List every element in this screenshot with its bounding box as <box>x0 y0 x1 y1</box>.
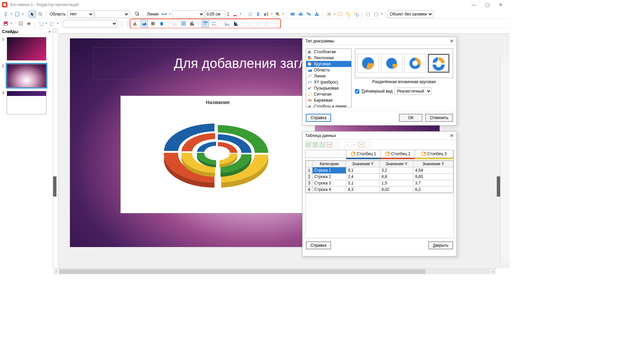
data-table-dialog-close[interactable]: ✕ <box>450 133 454 138</box>
close-button[interactable]: ✕ <box>497 2 504 7</box>
line-endings-dropdown[interactable]: ▾ <box>169 12 171 15</box>
type-item-bar[interactable]: Ленточная <box>306 55 351 61</box>
align-icon[interactable] <box>263 10 270 18</box>
fill-color-select[interactable] <box>94 10 129 18</box>
ungroup-icon[interactable] <box>353 10 360 18</box>
redo-icon[interactable] <box>48 20 56 27</box>
type-item-combo[interactable]: Столбцы и линии <box>306 103 351 107</box>
type-item-pie[interactable]: Круговая <box>306 61 351 67</box>
chart-type-list[interactable]: Столбчатая Ленточная Круговая Область Ли… <box>306 48 352 107</box>
scroll-track[interactable] <box>59 269 490 274</box>
insert-row-icon[interactable] <box>305 142 311 148</box>
data-table-dialog-title[interactable]: Таблица данных ✕ <box>303 132 456 140</box>
data-row-1[interactable]: 1Строка 19,13,24,54 <box>306 167 453 174</box>
delete-row-icon[interactable] <box>326 142 332 148</box>
type-item-line[interactable]: Линии <box>306 73 351 79</box>
data-grid-empty-area[interactable] <box>305 193 454 238</box>
grid-h-icon[interactable] <box>245 20 253 27</box>
fill-pattern-select[interactable]: Объект без заливки и <box>388 10 433 18</box>
data-row-3[interactable]: 3Строка 33,11,53,7 <box>306 180 453 186</box>
3d-icon-b[interactable] <box>372 10 380 18</box>
col-header-2[interactable]: Столбец 2 <box>381 150 415 158</box>
maximize-button[interactable]: ▢ <box>484 2 491 7</box>
col-header-1[interactable]: Столбец 1 <box>347 150 381 158</box>
3d-dropdown[interactable]: ▾ <box>380 12 383 15</box>
grid-v-icon[interactable] <box>254 20 261 27</box>
type-item-column[interactable]: Столбчатая <box>306 49 351 55</box>
minimize-button[interactable]: — <box>471 2 477 7</box>
type-item-net[interactable]: Сетчатая <box>306 91 351 97</box>
distribute-h-icon[interactable] <box>289 10 296 18</box>
axis-h-icon[interactable] <box>224 20 231 27</box>
line-endings-icon[interactable] <box>161 10 168 18</box>
data-table-icon[interactable] <box>180 20 187 27</box>
line-style-select[interactable] <box>172 10 204 18</box>
3d-checkbox[interactable] <box>355 89 359 94</box>
redo-dropdown[interactable]: ▾ <box>56 22 59 25</box>
enter-group-dropdown[interactable]: ▾ <box>333 12 336 15</box>
move-up-icon[interactable] <box>358 142 364 148</box>
subtype-exploded-pie[interactable] <box>381 54 402 73</box>
grid-min-icon[interactable] <box>272 20 279 27</box>
chart-area-icon[interactable] <box>140 20 148 27</box>
data-row-4[interactable]: 4Строка 44,39,026,2 <box>306 186 453 193</box>
line-color-icon[interactable] <box>231 10 239 18</box>
data-row-2[interactable]: 2Строка 22,48,89,65 <box>306 174 453 180</box>
data-table-help-button[interactable]: Справка <box>306 241 331 249</box>
subtype-exploded-donut[interactable] <box>428 54 449 73</box>
undo-icon[interactable] <box>37 20 44 27</box>
save-dropdown[interactable]: ▾ <box>10 22 13 25</box>
slide-thumb-1[interactable]: 1 <box>2 37 51 61</box>
data-table-close-button[interactable]: Закрыть <box>428 241 453 249</box>
distribute-v-icon[interactable] <box>305 10 313 18</box>
3d-style-select[interactable]: Реалистичный <box>395 88 432 95</box>
right-sidebar-strip[interactable] <box>500 57 510 262</box>
slides-panel-close[interactable]: × <box>49 30 51 34</box>
zoom-tool[interactable] <box>37 10 44 18</box>
fill-mode-select[interactable]: Нет <box>68 10 94 18</box>
chart-object[interactable]: Название <box>120 96 315 213</box>
arrange-dropdown[interactable]: ▾ <box>282 12 285 15</box>
export-icon[interactable] <box>17 20 25 27</box>
shadow-icon[interactable] <box>134 10 141 18</box>
type-item-xy[interactable]: XY (разброс) <box>306 79 351 85</box>
chart-type-dialog-close[interactable]: ✕ <box>450 38 454 44</box>
scroll-thumb[interactable] <box>59 269 426 274</box>
chart-wall-icon[interactable] <box>149 20 157 27</box>
chart-type-icon[interactable] <box>132 20 139 27</box>
save-icon[interactable] <box>2 20 9 27</box>
chart-type-help-button[interactable]: Справка <box>306 114 331 122</box>
type-item-area[interactable]: Область <box>306 67 351 73</box>
data-ranges-icon[interactable] <box>189 20 196 27</box>
rotate-icon[interactable] <box>246 10 254 18</box>
undo-dropdown[interactable]: ▾ <box>45 22 48 25</box>
enter-group-icon[interactable] <box>325 10 332 18</box>
group-icon[interactable] <box>345 10 352 18</box>
data-grid[interactable]: Категории Значения Y Значения Y Значения… <box>305 160 454 193</box>
line-width-input[interactable] <box>205 10 225 18</box>
distribute-v2-icon[interactable] <box>313 10 321 18</box>
anchor-dropdown[interactable]: ▾ <box>10 12 13 15</box>
slide-thumb-3[interactable]: 3 <box>2 91 51 114</box>
chart-3d-icon[interactable] <box>158 20 165 27</box>
chart-type-cancel-button[interactable]: Отменить <box>425 114 453 122</box>
distribute-c-icon[interactable] <box>297 10 305 18</box>
line-color-dropdown[interactable]: ▾ <box>239 12 242 15</box>
insert-text-col-icon[interactable]: T <box>319 142 325 148</box>
arrange-icon[interactable] <box>274 10 281 18</box>
scroll-left-icon[interactable]: ‹ <box>53 269 59 274</box>
slide-thumb-2[interactable]: 2 <box>2 64 51 88</box>
axis-v-icon[interactable] <box>232 20 240 27</box>
page-dropdown[interactable]: ▾ <box>22 12 24 15</box>
subtype-donut[interactable] <box>404 54 426 73</box>
print-icon[interactable] <box>25 20 33 27</box>
insert-col-icon[interactable] <box>312 142 318 148</box>
panel-handle-right[interactable] <box>497 176 500 197</box>
chart-type-ok-button[interactable]: ОК <box>399 114 422 122</box>
subtype-pie[interactable] <box>357 54 379 73</box>
pointer-tool[interactable] <box>29 10 36 18</box>
3d-icon-a[interactable] <box>364 10 372 18</box>
chart-data-icon[interactable] <box>171 20 178 27</box>
col-header-3[interactable]: Столбец 3 <box>415 150 453 158</box>
type-item-stock[interactable]: Биржевая <box>306 97 351 103</box>
